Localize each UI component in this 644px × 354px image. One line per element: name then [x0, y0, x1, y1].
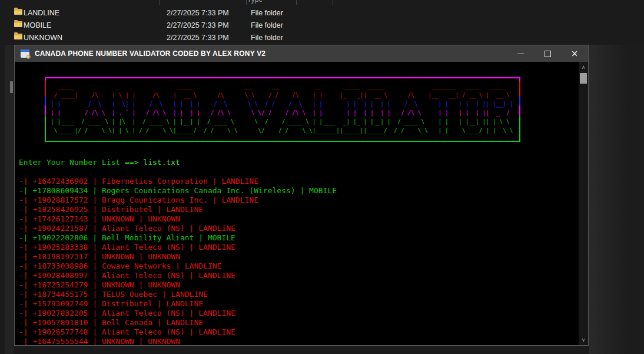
result-number: +17426127143 [32, 214, 88, 223]
result-number: +19028408997 [32, 271, 88, 280]
result-number: +18734455175 [32, 290, 88, 299]
column-divider [159, 0, 160, 5]
folder-name: LANDLINE [24, 9, 59, 17]
minimize-icon [517, 54, 524, 54]
result-line: -| +18198197317 | UNKNOWN | UNKNOWN [19, 252, 588, 262]
result-prefix: -| [19, 186, 32, 195]
scrollbar-thumb[interactable] [580, 73, 587, 84]
scroll-down-icon[interactable]: ∨ [579, 336, 588, 344]
result-carrier: Bell Canada [102, 318, 152, 327]
result-carrier: Aliant Teleco (NS) [102, 327, 185, 336]
ascii-banner-text: _____ _ _ _____ __ __ _ _____ _____ ____… [45, 77, 520, 135]
console-app-icon [21, 49, 29, 58]
result-prefix: -| [19, 196, 32, 204]
folder-name: MOBILE [24, 21, 51, 29]
close-icon: × [571, 49, 579, 58]
banner-border-bottom [45, 141, 520, 142]
input-prompt: Enter Your Number List ==> list.txt [19, 158, 588, 167]
result-line: -| +19022202806 | Bell Mobility Aliant |… [19, 233, 588, 243]
result-prefix: -| [19, 243, 32, 252]
column-header-type: Type [247, 0, 263, 4]
ascii-banner-line: _____ _ _ _____ __ __ _ _____ _____ ____… [51, 82, 520, 91]
result-number: +19025283338 [32, 243, 88, 252]
result-line-type: LANDLINE [166, 205, 203, 214]
result-carrier: Bragg Counications Inc. [102, 196, 208, 204]
result-prefix: -| [19, 205, 32, 214]
result-line: -| +17808609434 | Rogers Counications Ca… [19, 186, 588, 196]
ascii-banner-line: | |____ / ____ \ | |\ | / ____ \ | |__| … [51, 117, 520, 126]
console-scrollbar[interactable]: ∧ ∨ [579, 62, 588, 345]
result-carrier: UNKNOWN [102, 337, 134, 345]
close-button[interactable]: × [561, 45, 588, 62]
result-line-type: LANDLINE [221, 196, 258, 204]
prompt-value: list.txt [143, 158, 180, 167]
result-prefix: -| [19, 233, 32, 242]
ascii-banner: _____ _ _ _____ __ __ _ _____ _____ ____… [45, 77, 520, 142]
folder-type: File folder [251, 34, 283, 42]
result-number: +19024221587 [32, 224, 88, 233]
result-prefix: -| [19, 290, 32, 299]
result-line-type: LANDLINE [198, 243, 235, 252]
result-line: -| +19024221587 | Aliant Teleco (NS) | L… [19, 224, 588, 233]
result-number: +18198197317 [32, 252, 88, 261]
result-carrier: Aliant Teleco (NS) [102, 271, 185, 280]
result-carrier: TELUS Quebec [102, 290, 157, 299]
column-divider [296, 0, 297, 5]
result-carrier: Cowave Networks [102, 262, 171, 270]
result-prefix: -| [19, 280, 32, 289]
result-number: +17808609434 [32, 186, 88, 195]
result-prefix: -| [19, 224, 32, 233]
result-carrier: Aliant Teleco (NS) [102, 243, 185, 252]
explorer-content-behind [589, 45, 644, 354]
result-line: -| +16472436902 | Fibernetics Corporatio… [19, 177, 588, 186]
prompt-label: Enter Your Number List ==> [19, 158, 139, 167]
console-window: CANADA PHONE NUMBER VALIDATOR CODED BY A… [14, 45, 589, 346]
result-line: -| +19025283338 | Aliant Teleco (NS) | L… [19, 243, 588, 252]
scroll-up-icon[interactable]: ∧ [579, 63, 588, 71]
result-number: +19022202806 [32, 233, 88, 242]
result-prefix: -| [19, 271, 32, 280]
result-line-type: UNKNOWN [148, 252, 180, 261]
result-number: +16725254279 [32, 280, 88, 289]
console-title-bar[interactable]: CANADA PHONE NUMBER VALIDATOR CODED BY A… [15, 45, 588, 62]
result-line-type: LANDLINE [171, 290, 208, 299]
result-line: -| +18733038986 | Cowave Networks | LAND… [19, 262, 588, 271]
ascii-banner-line: | | / /\ \ | . ` | / /\ \ | | | | / /\ \… [51, 108, 520, 117]
result-line: -| +18258426925 | Distributel | LANDLINE [19, 205, 588, 214]
nav-pane-scrollbar[interactable] [5, 45, 14, 354]
banner-border-top [45, 77, 520, 78]
result-carrier: Aliant Teleco (NS) [102, 224, 185, 233]
folder-icon [14, 21, 22, 27]
explorer-row[interactable]: UNKNOWN2/27/2025 7:33 PMFile folder [13, 32, 644, 44]
result-line: -| +19028408997 | Aliant Teleco (NS) | L… [19, 271, 588, 280]
result-carrier: UNKNOWN [102, 280, 134, 289]
result-line: -| +16475555544 | UNKNOWN | UNKNOWN [19, 337, 588, 345]
result-carrier: UNKNOWN [102, 214, 134, 223]
console-client-area: _____ _ _ _____ __ __ _ _____ _____ ____… [15, 62, 588, 345]
folder-date-modified: 2/27/2025 7:33 PM [167, 9, 229, 17]
maximize-button[interactable] [534, 45, 561, 62]
result-number: +18733038986 [32, 262, 88, 270]
maximize-icon [545, 51, 551, 57]
banner-border-right [519, 77, 520, 142]
ascii-banner-line: \_____|/_/ \_\|_| \_| /_/ \_\|_____/ /_/… [51, 126, 520, 135]
folder-icon [14, 34, 22, 39]
result-prefix: -| [19, 262, 32, 270]
folder-icon [14, 9, 22, 15]
minimize-button[interactable] [507, 45, 534, 62]
result-number: +19027832205 [32, 309, 88, 317]
window-controls: × [507, 45, 588, 62]
result-line-type: UNKNOWN [148, 337, 180, 345]
result-number: +19057891810 [32, 318, 88, 327]
result-line-type: UNKNOWN [148, 280, 180, 289]
result-line: -| +17426127143 | UNKNOWN | UNKNOWN [19, 214, 588, 224]
nav-pane-scrollbar-thumb[interactable] [10, 81, 13, 93]
result-line-type: LANDLINE [198, 327, 235, 336]
result-line: -| +19028817572 | Bragg Counications Inc… [19, 196, 588, 205]
result-carrier: Fibernetics Corporation [102, 177, 208, 186]
result-line-type: LANDLINE [166, 318, 203, 327]
validation-results: -| +16472436902 | Fibernetics Corporatio… [19, 177, 588, 345]
result-number: +16472436902 [32, 177, 88, 186]
explorer-row[interactable]: LANDLINE2/27/2025 7:33 PMFile folder [13, 7, 644, 19]
explorer-row[interactable]: MOBILE2/27/2025 7:33 PMFile folder [13, 19, 644, 32]
